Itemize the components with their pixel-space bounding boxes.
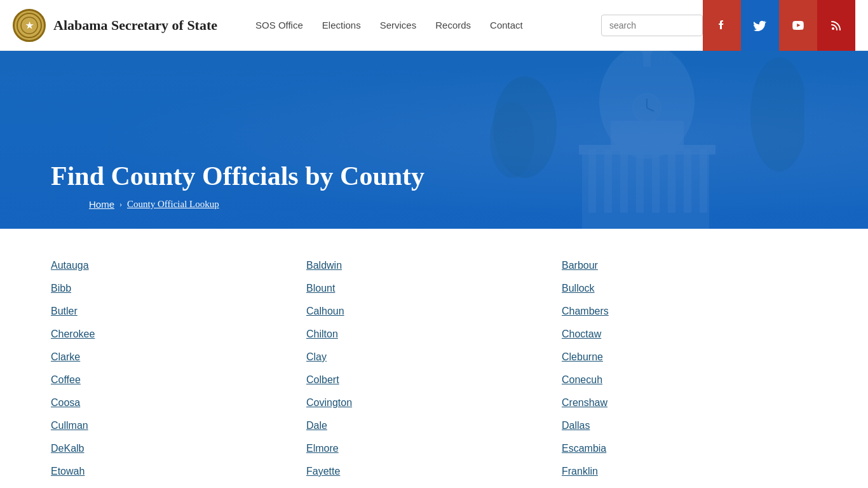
main-nav: SOS Office Elections Services Records Co… xyxy=(255,20,523,30)
breadcrumb-separator: › xyxy=(119,200,122,209)
site-title: Alabama Secretary of State xyxy=(53,17,217,34)
county-link-conecuh[interactable]: Conecuh xyxy=(562,369,817,391)
page-title: Find County Officials by County xyxy=(51,161,424,191)
county-column-3: BarbourBullockChambersChoctawCleburneCon… xyxy=(562,254,817,483)
county-link-colbert[interactable]: Colbert xyxy=(306,369,562,391)
county-link-chambers[interactable]: Chambers xyxy=(562,300,817,323)
svg-point-3 xyxy=(832,27,834,30)
county-link-calhoun[interactable]: Calhoun xyxy=(306,300,562,323)
county-link-covington[interactable]: Covington xyxy=(306,391,562,414)
county-link-franklin[interactable]: Franklin xyxy=(562,460,817,483)
county-link-coosa[interactable]: Coosa xyxy=(51,391,306,414)
county-link-butler[interactable]: Butler xyxy=(51,300,306,323)
youtube-icon[interactable] xyxy=(779,0,817,51)
county-link-autauga[interactable]: Autauga xyxy=(51,254,306,277)
county-link-clay[interactable]: Clay xyxy=(306,346,562,369)
twitter-icon[interactable] xyxy=(741,0,779,51)
county-link-barbour[interactable]: Barbour xyxy=(562,254,817,277)
nav-services[interactable]: Services xyxy=(380,20,417,30)
county-link-blount[interactable]: Blount xyxy=(306,277,562,300)
county-link-coffee[interactable]: Coffee xyxy=(51,369,306,391)
county-link-dale[interactable]: Dale xyxy=(306,414,562,437)
hero-banner: Find County Officials by County Home › C… xyxy=(0,51,868,229)
site-header: ★ Alabama Secretary of State SOS Office … xyxy=(0,0,868,51)
county-link-choctaw[interactable]: Choctaw xyxy=(562,323,817,346)
county-link-bullock[interactable]: Bullock xyxy=(562,277,817,300)
nav-elections[interactable]: Elections xyxy=(322,20,361,30)
search-input[interactable] xyxy=(601,15,703,36)
logo-emblem: ★ xyxy=(13,9,46,42)
county-link-dekalb[interactable]: DeKalb xyxy=(51,437,306,460)
county-link-crenshaw[interactable]: Crenshaw xyxy=(562,391,817,414)
facebook-icon[interactable] xyxy=(703,0,741,51)
county-link-fayette[interactable]: Fayette xyxy=(306,460,562,483)
breadcrumb-current: County Official Lookup xyxy=(127,199,219,210)
county-link-clarke[interactable]: Clarke xyxy=(51,346,306,369)
county-link-escambia[interactable]: Escambia xyxy=(562,437,817,460)
county-link-bibb[interactable]: Bibb xyxy=(51,277,306,300)
county-link-cullman[interactable]: Cullman xyxy=(51,414,306,437)
county-link-elmore[interactable]: Elmore xyxy=(306,437,562,460)
county-grid: AutaugaBibbButlerCherokeeClarkeCoffeeCoo… xyxy=(51,254,817,483)
nav-records[interactable]: Records xyxy=(435,20,471,30)
county-column-1: AutaugaBibbButlerCherokeeClarkeCoffeeCoo… xyxy=(51,254,306,483)
breadcrumb-home[interactable]: Home xyxy=(89,199,114,210)
county-link-cleburne[interactable]: Cleburne xyxy=(562,346,817,369)
breadcrumb: Home › County Official Lookup xyxy=(89,199,424,210)
county-link-cherokee[interactable]: Cherokee xyxy=(51,323,306,346)
logo-link[interactable]: ★ Alabama Secretary of State xyxy=(13,9,217,42)
county-link-etowah[interactable]: Etowah xyxy=(51,460,306,483)
hero-content: Find County Officials by County Home › C… xyxy=(51,161,424,210)
svg-text:★: ★ xyxy=(25,21,34,30)
rss-icon[interactable] xyxy=(817,0,855,51)
county-link-baldwin[interactable]: Baldwin xyxy=(306,254,562,277)
county-link-dallas[interactable]: Dallas xyxy=(562,414,817,437)
header-right xyxy=(601,0,855,51)
nav-contact[interactable]: Contact xyxy=(490,20,523,30)
county-link-chilton[interactable]: Chilton xyxy=(306,323,562,346)
nav-sos-office[interactable]: SOS Office xyxy=(255,20,303,30)
county-column-2: BaldwinBlountCalhounChiltonClayColbertCo… xyxy=(306,254,562,483)
main-content: AutaugaBibbButlerCherokeeClarkeCoffeeCoo… xyxy=(0,229,868,488)
social-icons xyxy=(703,0,855,51)
